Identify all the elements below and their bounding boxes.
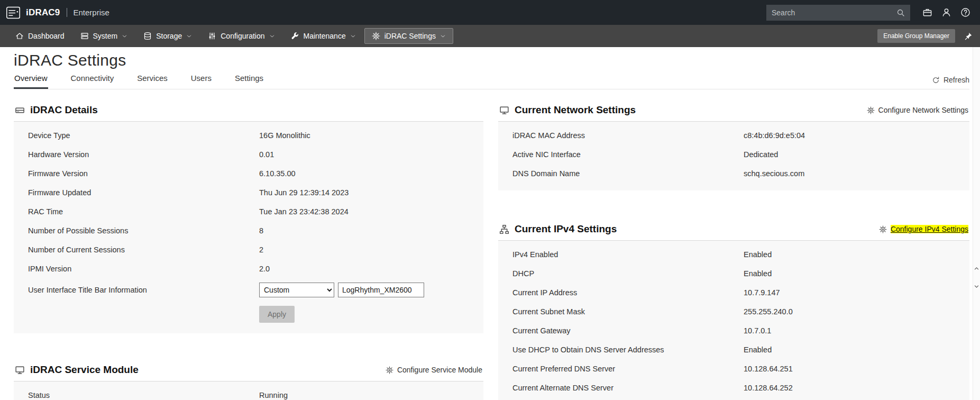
nav-item-idrac-settings[interactable]: iDRAC Settings bbox=[364, 28, 453, 44]
nav-actions: Enable Group Manager bbox=[877, 29, 973, 43]
detail-row: Current Gateway 10.7.0.1 bbox=[498, 321, 969, 340]
nav-item-label: Storage bbox=[156, 32, 182, 40]
refresh-icon bbox=[932, 76, 940, 84]
title-bar-text-input[interactable] bbox=[338, 283, 424, 297]
search-input[interactable] bbox=[772, 8, 896, 17]
gear-icon bbox=[386, 366, 393, 374]
apply-row: Apply bbox=[14, 302, 483, 326]
search-box[interactable] bbox=[766, 5, 910, 21]
row-label: User Interface Title Bar Information bbox=[28, 286, 259, 294]
network-tree-icon bbox=[499, 224, 509, 234]
chevron-up-icon bbox=[974, 266, 979, 271]
tab-services[interactable]: Services bbox=[136, 70, 168, 89]
panel-title: iDRAC Details bbox=[30, 104, 98, 116]
row-label: Firmware Version bbox=[28, 169, 259, 178]
brand-title: iDRAC9 bbox=[26, 7, 60, 18]
tab-users[interactable]: Users bbox=[190, 70, 212, 89]
scroll-up-button[interactable] bbox=[973, 262, 980, 275]
refresh-button[interactable]: Refresh bbox=[932, 76, 969, 89]
enable-group-manager-button[interactable]: Enable Group Manager bbox=[877, 29, 955, 43]
header-actions bbox=[766, 5, 970, 21]
row-label: Firmware Updated bbox=[28, 188, 259, 197]
row-value: Dedicated bbox=[744, 150, 969, 159]
chevron-down-icon bbox=[974, 284, 979, 289]
panel-body: Status Running bbox=[14, 381, 483, 400]
row-value: Tue Jan 23 23:42:38 2024 bbox=[259, 207, 483, 216]
detail-row: Current IP Address 10.7.9.147 bbox=[498, 283, 969, 302]
detail-row: Number of Possible Sessions 8 bbox=[14, 221, 483, 240]
nav-item-system[interactable]: System bbox=[73, 28, 135, 44]
gear-icon bbox=[372, 32, 380, 40]
row-label: Current Preferred DNS Server bbox=[512, 365, 744, 373]
main-nav: Dashboard System Storage Configuration M… bbox=[0, 25, 980, 47]
detail-row: DNS Domain Name schq.secious.com bbox=[498, 164, 969, 183]
tab-connectivity[interactable]: Connectivity bbox=[70, 70, 115, 89]
title-bar-info-row: User Interface Title Bar Information Cus… bbox=[14, 278, 483, 302]
row-value: c8:4b:d6:9d:e5:04 bbox=[744, 131, 969, 140]
panel-header: Current IPv4 Settings Configure IPv4 Set… bbox=[498, 217, 969, 241]
nav-item-label: Configuration bbox=[221, 32, 264, 40]
sliders-icon bbox=[208, 32, 216, 40]
scroll-down-button[interactable] bbox=[973, 280, 980, 293]
row-value: 10.7.0.1 bbox=[744, 326, 969, 335]
pin-icon[interactable] bbox=[964, 32, 973, 41]
page-content: iDRAC Settings Overview Connectivity Ser… bbox=[0, 51, 980, 400]
nav-items: Dashboard System Storage Configuration M… bbox=[7, 25, 454, 47]
nav-item-label: Maintenance bbox=[304, 32, 346, 40]
search-icon[interactable] bbox=[896, 8, 905, 17]
brand: iDRAC9 Enterprise bbox=[5, 5, 109, 21]
detail-row: Status Running bbox=[14, 386, 483, 400]
nav-item-dashboard[interactable]: Dashboard bbox=[8, 28, 72, 44]
page-title: iDRAC Settings bbox=[14, 51, 969, 69]
brand-divider bbox=[67, 8, 67, 17]
row-value: Thu Jun 29 12:39:14 2023 bbox=[259, 188, 483, 197]
configure-service-module-link[interactable]: Configure Service Module bbox=[386, 366, 482, 374]
row-value: 8 bbox=[259, 226, 483, 235]
tab-overview[interactable]: Overview bbox=[14, 70, 48, 89]
row-label: Number of Possible Sessions bbox=[28, 226, 259, 235]
row-value: Enabled bbox=[744, 346, 969, 354]
row-label: Current IP Address bbox=[512, 288, 744, 297]
row-label: Hardware Version bbox=[28, 150, 259, 159]
scrollbar-track[interactable] bbox=[973, 47, 980, 400]
chevron-down-icon bbox=[350, 33, 356, 39]
detail-row: IPv4 Enabled Enabled bbox=[498, 245, 969, 264]
detail-row: RAC Time Tue Jan 23 23:42:38 2024 bbox=[14, 202, 483, 221]
monitor-icon bbox=[15, 365, 25, 375]
briefcase-icon[interactable] bbox=[922, 7, 932, 17]
panel-title: Current IPv4 Settings bbox=[515, 223, 617, 235]
tab-settings[interactable]: Settings bbox=[234, 70, 264, 89]
server-chassis-icon bbox=[15, 105, 25, 115]
panel-body: IPv4 Enabled Enabled DHCP Enabled Curren… bbox=[498, 241, 969, 400]
nav-item-configuration[interactable]: Configuration bbox=[200, 28, 282, 44]
row-value: 2.0 bbox=[259, 265, 483, 273]
row-value: Running bbox=[259, 391, 483, 399]
detail-row: IPMI Version 2.0 bbox=[14, 259, 483, 278]
right-column: Current Network Settings Configure Netwo… bbox=[498, 89, 969, 400]
title-bar-display-select[interactable]: Custom bbox=[259, 283, 334, 297]
chevron-down-icon bbox=[269, 33, 275, 39]
row-value: 10.128.64.252 bbox=[744, 384, 969, 392]
detail-row: DHCP Enabled bbox=[498, 264, 969, 283]
apply-button[interactable]: Apply bbox=[259, 306, 295, 323]
user-icon[interactable] bbox=[941, 7, 951, 17]
detail-row: Firmware Version 6.10.35.00 bbox=[14, 164, 483, 183]
row-value: 10.128.64.251 bbox=[744, 365, 969, 373]
row-value: 255.255.240.0 bbox=[744, 307, 969, 316]
panel-title: Current Network Settings bbox=[515, 104, 636, 116]
configure-ipv4-settings-link[interactable]: Configure IPv4 Settings bbox=[879, 225, 968, 233]
panel-current-network-settings: Current Network Settings Configure Netwo… bbox=[498, 98, 969, 190]
configure-network-settings-link[interactable]: Configure Network Settings bbox=[867, 106, 968, 114]
row-value: 0.01 bbox=[259, 150, 483, 159]
row-label: Active NIC Interface bbox=[512, 150, 744, 159]
panel-header: iDRAC Details bbox=[14, 98, 483, 122]
tabs: Overview Connectivity Services Users Set… bbox=[14, 70, 264, 89]
nav-item-label: Dashboard bbox=[28, 32, 65, 40]
storage-icon bbox=[143, 32, 152, 40]
row-label: Current Alternate DNS Server bbox=[512, 384, 744, 392]
panel-body: Device Type 16G Monolithic Hardware Vers… bbox=[14, 122, 483, 333]
nav-item-maintenance[interactable]: Maintenance bbox=[283, 28, 363, 44]
idrac-logo bbox=[5, 5, 21, 21]
nav-item-storage[interactable]: Storage bbox=[136, 28, 199, 44]
help-icon[interactable] bbox=[960, 7, 970, 17]
